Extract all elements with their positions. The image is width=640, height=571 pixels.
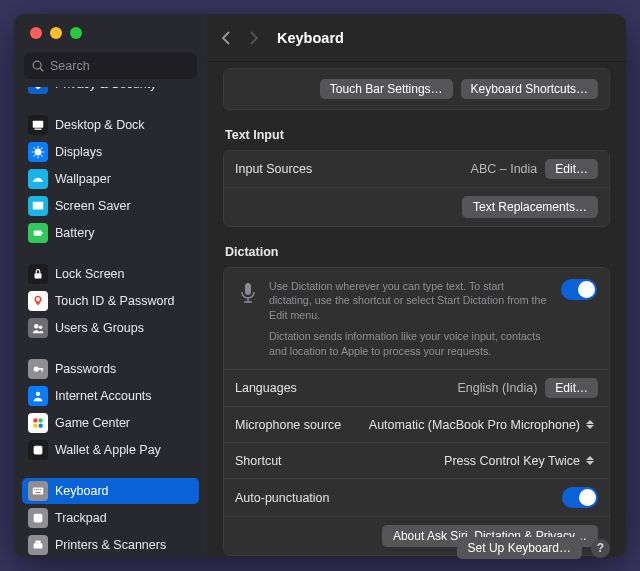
sidebar-item-label: Touch ID & Password <box>55 294 175 308</box>
top-buttons-panel: Touch Bar Settings… Keyboard Shortcuts… <box>223 68 610 110</box>
sidebar-item-label: Wallet & Apple Pay <box>55 443 161 457</box>
sidebar-item-game-center[interactable]: Game Center <box>22 410 199 436</box>
stepper-icon <box>586 417 598 433</box>
keyboard-shortcuts-button[interactable]: Keyboard Shortcuts… <box>461 79 598 99</box>
sidebar-item-label: Screen Saver <box>55 199 131 213</box>
content-scroll[interactable]: Touch Bar Settings… Keyboard Shortcuts… … <box>207 62 626 557</box>
page-title: Keyboard <box>277 30 344 46</box>
sidebar-item-label: Trackpad <box>55 511 107 525</box>
search-placeholder: Search <box>50 59 90 73</box>
sidebar-icon <box>28 196 48 216</box>
svg-point-19 <box>38 423 42 427</box>
sidebar-item-keyboard[interactable]: Keyboard <box>22 478 199 504</box>
sidebar-item-passwords[interactable]: Passwords <box>22 356 199 382</box>
sidebar-item-users-groups[interactable]: Users & Groups <box>22 315 199 341</box>
sidebar-item-displays[interactable]: Displays <box>22 139 199 165</box>
sidebar-item-label: Privacy & Security <box>55 87 156 91</box>
window-controls <box>14 14 207 49</box>
auto-punctuation-toggle[interactable] <box>562 487 598 508</box>
sidebar-icon <box>28 142 48 162</box>
svg-rect-6 <box>34 230 42 235</box>
auto-punctuation-label: Auto-punctuation <box>235 491 550 505</box>
languages-value: English (India) <box>457 381 537 395</box>
content-area: Keyboard Touch Bar Settings… Keyboard Sh… <box>207 14 626 557</box>
sidebar-icon <box>28 169 48 189</box>
minimize-button[interactable] <box>50 27 62 39</box>
content-header: Keyboard <box>207 14 626 62</box>
sidebar-item-wallpaper[interactable]: Wallpaper <box>22 166 199 192</box>
shortcut-row: Shortcut Press Control Key Twice <box>224 443 609 479</box>
dictation-card: Use Dictation wherever you can type text… <box>223 267 610 556</box>
set-up-keyboard-button[interactable]: Set Up Keyboard… <box>457 537 582 559</box>
svg-rect-28 <box>34 543 43 548</box>
svg-point-15 <box>36 392 40 396</box>
sidebar-item-battery[interactable]: Battery <box>22 220 199 246</box>
sidebar-item-trackpad[interactable]: Trackpad <box>22 505 199 531</box>
svg-point-18 <box>33 423 37 427</box>
languages-edit-button[interactable]: Edit… <box>545 378 598 398</box>
svg-rect-26 <box>35 492 40 493</box>
close-button[interactable] <box>30 27 42 39</box>
search-input[interactable]: Search <box>24 53 197 79</box>
sidebar-item-printers-scanners[interactable]: Printers & Scanners <box>22 532 199 557</box>
auto-punctuation-row: Auto-punctuation <box>224 479 609 517</box>
sidebar-icon <box>28 413 48 433</box>
zoom-button[interactable] <box>70 27 82 39</box>
svg-rect-23 <box>36 489 37 490</box>
languages-label: Languages <box>235 381 457 395</box>
sidebar-item-desktop-dock[interactable]: Desktop & Dock <box>22 112 199 138</box>
sidebar-icon <box>28 386 48 406</box>
sidebar-item-privacy-security[interactable]: Privacy & Security <box>22 87 199 97</box>
footer: Set Up Keyboard… ? <box>457 537 610 559</box>
sidebar-icon <box>28 318 48 338</box>
text-replacements-button[interactable]: Text Replacements… <box>462 196 598 218</box>
sidebar-icon <box>28 115 48 135</box>
nav-arrows <box>221 31 259 45</box>
svg-point-10 <box>34 324 38 328</box>
sidebar-item-lock-screen[interactable]: Lock Screen <box>22 261 199 287</box>
shortcut-label: Shortcut <box>235 454 444 468</box>
search-icon <box>31 59 45 73</box>
back-button[interactable] <box>221 31 230 45</box>
svg-rect-20 <box>34 446 43 455</box>
sidebar-icon <box>28 481 48 501</box>
svg-point-17 <box>38 418 42 422</box>
mic-source-select[interactable]: Automatic (MacBook Pro Microphone) <box>369 417 598 433</box>
help-button[interactable]: ? <box>591 539 610 558</box>
sidebar-item-label: Game Center <box>55 416 130 430</box>
dictation-toggle[interactable] <box>561 279 597 300</box>
dictation-description: Use Dictation wherever you can type text… <box>269 279 549 358</box>
sidebar-item-label: Lock Screen <box>55 267 124 281</box>
sidebar-list: Privacy & SecurityDesktop & DockDisplays… <box>14 87 207 557</box>
text-input-card: Input Sources ABC – India Edit… Text Rep… <box>223 150 610 227</box>
svg-rect-2 <box>33 121 44 128</box>
dictation-title: Dictation <box>225 245 610 259</box>
svg-point-11 <box>39 325 43 329</box>
sidebar-item-internet-accounts[interactable]: Internet Accounts <box>22 383 199 409</box>
forward-button[interactable] <box>250 31 259 45</box>
svg-rect-25 <box>40 489 41 490</box>
sidebar-item-touch-id-password[interactable]: Touch ID & Password <box>22 288 199 314</box>
sidebar-item-label: Internet Accounts <box>55 389 152 403</box>
shortcut-select[interactable]: Press Control Key Twice <box>444 453 598 469</box>
input-sources-edit-button[interactable]: Edit… <box>545 159 598 179</box>
sidebar-item-label: Passwords <box>55 362 116 376</box>
dictation-description-row: Use Dictation wherever you can type text… <box>224 268 609 370</box>
svg-point-4 <box>35 149 42 156</box>
sidebar-item-label: Desktop & Dock <box>55 118 145 132</box>
svg-rect-27 <box>34 514 43 523</box>
touch-bar-settings-button[interactable]: Touch Bar Settings… <box>320 79 453 99</box>
sidebar-icon <box>28 440 48 460</box>
svg-rect-14 <box>42 368 43 372</box>
languages-row: Languages English (India) Edit… <box>224 370 609 407</box>
input-sources-row: Input Sources ABC – India Edit… <box>224 151 609 188</box>
sidebar-item-label: Battery <box>55 226 95 240</box>
text-input-title: Text Input <box>225 128 610 142</box>
svg-rect-7 <box>42 232 43 234</box>
sidebar-icon <box>28 87 48 94</box>
mic-source-row: Microphone source Automatic (MacBook Pro… <box>224 407 609 443</box>
svg-rect-8 <box>35 273 42 278</box>
sidebar-item-wallet-apple-pay[interactable]: Wallet & Apple Pay <box>22 437 199 463</box>
sidebar-item-screen-saver[interactable]: Screen Saver <box>22 193 199 219</box>
sidebar-item-label: Displays <box>55 145 102 159</box>
